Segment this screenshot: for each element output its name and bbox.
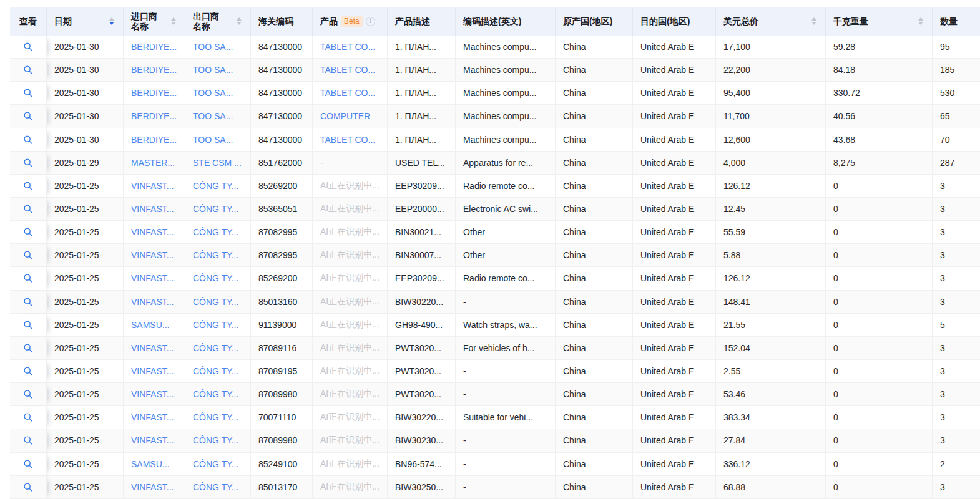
product-link[interactable]: TABLET CO...	[320, 88, 375, 98]
magnifier-icon[interactable]	[23, 482, 33, 492]
magnifier-icon[interactable]	[23, 158, 33, 168]
view-row-button[interactable]	[20, 155, 36, 171]
column-header-usd_total[interactable]: 美元总价	[716, 7, 826, 36]
sort-control-importer[interactable]	[171, 17, 176, 25]
sort-asc-icon[interactable]	[109, 17, 114, 21]
exporter-link[interactable]: TOO SA...	[193, 111, 233, 121]
sort-control-weight_kg[interactable]	[918, 17, 923, 25]
magnifier-icon[interactable]	[23, 297, 33, 307]
magnifier-icon[interactable]	[23, 412, 33, 422]
importer-link[interactable]: VINFAST...	[131, 250, 174, 260]
magnifier-icon[interactable]	[23, 366, 33, 376]
view-row-button[interactable]	[20, 479, 36, 495]
exporter-link[interactable]: STE CSM ...	[193, 158, 242, 168]
importer-link[interactable]: VINFAST...	[131, 412, 174, 422]
importer-link[interactable]: VINFAST...	[131, 389, 174, 399]
view-row-button[interactable]	[20, 456, 36, 472]
sort-control-exporter[interactable]	[237, 17, 242, 25]
info-icon[interactable]: i	[366, 17, 375, 26]
importer-link[interactable]: VINFAST...	[131, 435, 174, 445]
column-header-weight_kg[interactable]: 千克重量	[826, 7, 933, 36]
importer-link[interactable]: VINFAST...	[131, 343, 174, 353]
magnifier-icon[interactable]	[23, 320, 33, 330]
view-row-button[interactable]	[20, 270, 36, 286]
magnifier-icon[interactable]	[23, 459, 33, 469]
sort-desc-icon[interactable]	[811, 22, 816, 25]
view-row-button[interactable]	[20, 108, 36, 124]
magnifier-icon[interactable]	[23, 111, 33, 121]
exporter-link[interactable]: CÔNG TY...	[193, 459, 238, 469]
importer-link[interactable]: SAMSU...	[131, 320, 169, 330]
column-header-date[interactable]: 日期	[47, 7, 124, 36]
magnifier-icon[interactable]	[23, 42, 33, 52]
view-row-button[interactable]	[20, 294, 36, 310]
column-header-exporter[interactable]: 出口商名称	[185, 7, 251, 36]
product-link[interactable]: TABLET CO...	[320, 42, 375, 52]
exporter-link[interactable]: CÔNG TY...	[193, 181, 238, 191]
magnifier-icon[interactable]	[23, 435, 33, 445]
magnifier-icon[interactable]	[23, 181, 33, 191]
column-header-importer[interactable]: 进口商名称	[124, 7, 185, 36]
exporter-link[interactable]: CÔNG TY...	[193, 366, 238, 376]
exporter-link[interactable]: TOO SA...	[193, 42, 233, 52]
sort-asc-icon[interactable]	[237, 17, 242, 21]
magnifier-icon[interactable]	[23, 273, 33, 283]
importer-link[interactable]: VINFAST...	[131, 227, 174, 237]
exporter-link[interactable]: CÔNG TY...	[193, 227, 238, 237]
exporter-link[interactable]: CÔNG TY...	[193, 389, 238, 399]
importer-link[interactable]: SAMSU...	[131, 459, 169, 469]
view-row-button[interactable]	[20, 432, 36, 448]
magnifier-icon[interactable]	[23, 343, 33, 353]
exporter-link[interactable]: TOO SA...	[193, 65, 233, 75]
exporter-link[interactable]: CÔNG TY...	[193, 320, 238, 330]
magnifier-icon[interactable]	[23, 135, 33, 145]
exporter-link[interactable]: CÔNG TY...	[193, 482, 238, 492]
view-row-button[interactable]	[20, 340, 36, 356]
sort-control-date[interactable]	[109, 17, 114, 25]
exporter-link[interactable]: CÔNG TY...	[193, 297, 238, 307]
product-link[interactable]: TABLET CO...	[320, 65, 375, 75]
exporter-link[interactable]: CÔNG TY...	[193, 343, 238, 353]
view-row-button[interactable]	[20, 85, 36, 101]
importer-link[interactable]: VINFAST...	[131, 482, 174, 492]
view-row-button[interactable]	[20, 39, 36, 55]
sort-desc-icon[interactable]	[237, 22, 242, 25]
view-row-button[interactable]	[20, 132, 36, 148]
importer-link[interactable]: VINFAST...	[131, 297, 174, 307]
exporter-link[interactable]: CÔNG TY...	[193, 204, 238, 214]
importer-link[interactable]: BERDIYE...	[131, 111, 177, 121]
view-row-button[interactable]	[20, 247, 36, 263]
importer-link[interactable]: VINFAST...	[131, 181, 174, 191]
view-row-button[interactable]	[20, 178, 36, 194]
magnifier-icon[interactable]	[23, 389, 33, 399]
view-row-button[interactable]	[20, 363, 36, 379]
sort-desc-icon[interactable]	[171, 22, 176, 25]
importer-link[interactable]: BERDIYE...	[131, 65, 177, 75]
magnifier-icon[interactable]	[23, 250, 33, 260]
magnifier-icon[interactable]	[23, 88, 33, 98]
view-row-button[interactable]	[20, 62, 36, 78]
sort-asc-icon[interactable]	[918, 17, 923, 21]
importer-link[interactable]: MASTER...	[131, 158, 175, 168]
magnifier-icon[interactable]	[23, 65, 33, 75]
sort-asc-icon[interactable]	[811, 17, 816, 21]
exporter-link[interactable]: TOO SA...	[193, 88, 233, 98]
product-link[interactable]: -	[320, 158, 323, 168]
importer-link[interactable]: VINFAST...	[131, 273, 174, 283]
exporter-link[interactable]: CÔNG TY...	[193, 412, 238, 422]
view-row-button[interactable]	[20, 409, 36, 425]
product-link[interactable]: TABLET CO...	[320, 135, 375, 145]
magnifier-icon[interactable]	[23, 204, 33, 214]
importer-link[interactable]: BERDIYE...	[131, 42, 177, 52]
exporter-link[interactable]: TOO SA...	[193, 135, 233, 145]
importer-link[interactable]: VINFAST...	[131, 366, 174, 376]
sort-control-usd_total[interactable]	[811, 17, 816, 25]
view-row-button[interactable]	[20, 201, 36, 217]
view-row-button[interactable]	[20, 386, 36, 402]
importer-link[interactable]: BERDIYE...	[131, 88, 177, 98]
exporter-link[interactable]: CÔNG TY...	[193, 273, 238, 283]
product-link[interactable]: COMPUTER	[320, 111, 370, 121]
sort-desc-icon[interactable]	[109, 22, 114, 25]
sort-asc-icon[interactable]	[171, 17, 176, 21]
exporter-link[interactable]: CÔNG TY...	[193, 250, 238, 260]
